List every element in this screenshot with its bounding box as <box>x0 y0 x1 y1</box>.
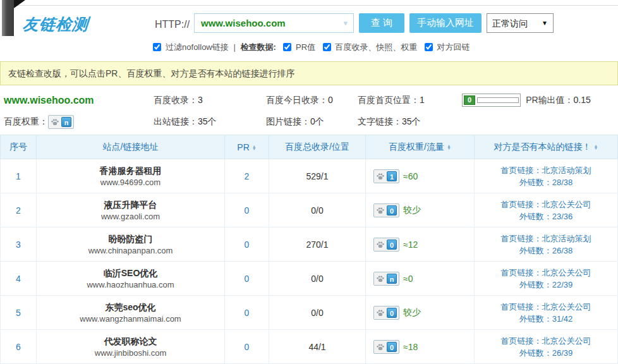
page-title: 友链检测 <box>22 14 89 35</box>
paw-icon <box>376 343 385 351</box>
url-input[interactable] <box>195 18 343 28</box>
site-url[interactable]: www.gzaoli.com <box>37 211 224 222</box>
table-row: 6 代发职称论文 www.jinbiboshi.com 0 44/1 <box>1 330 618 364</box>
access-mode-select-wrap[interactable]: 正常访问 ▼ <box>487 13 554 33</box>
url-dropdown-icon[interactable]: ▾ <box>343 18 353 28</box>
nofollow-checkbox[interactable] <box>153 43 161 51</box>
pr-value: 2 <box>225 159 269 193</box>
home-link[interactable]: 首页链接：北京活动策划 <box>475 233 617 245</box>
site-name: 盼盼防盗门 <box>37 233 224 245</box>
site-cell: 东莞seo优化 www.wangzhanmaimai.com <box>37 296 225 330</box>
home-link[interactable]: 首页链接：北京公关公司 <box>475 335 617 347</box>
site-url[interactable]: www.94699.com <box>37 177 224 188</box>
query-button[interactable]: 查 询 <box>359 13 404 33</box>
traffic-estimate: ≈0 <box>403 274 413 284</box>
outlink-count[interactable]: 外链数：26/39 <box>475 347 617 359</box>
site-url[interactable]: www.wangzhanmaimai.com <box>37 313 224 325</box>
header-backlink-sort[interactable]: 对方是否有本站的链接！▲▼ <box>475 135 618 159</box>
baidu-weight-badge: n <box>373 272 399 286</box>
table-row: 3 盼盼防盗门 www.chinapanpan.com 0 270/1 <box>1 228 618 262</box>
summary-domain: www.wisehoo.com <box>0 95 154 106</box>
check-data-label: 检查数据: <box>240 42 276 52</box>
weight-cell: n ≈0 <box>366 262 475 296</box>
row-number: 4 <box>1 262 37 296</box>
logo-ribbon-fold-icon <box>14 0 25 8</box>
weight-cell: 0 ≈18 <box>366 330 475 364</box>
weight-badge-value: 0 <box>387 308 397 318</box>
header: 友链检测 HTTP:// ▾ 查 询 手动输入网址 正常访问 ▼ 过滤nofol… <box>0 0 618 58</box>
notice-banner: 友链检查改版，可以点击PR、百度权重、对方是否有本站的链接进行排序 <box>0 61 618 85</box>
traffic-estimate: 较少 <box>403 205 421 216</box>
site-name: 临沂SEO优化 <box>37 267 224 279</box>
traffic-estimate: 较少 <box>403 307 421 318</box>
traffic-estimate: ≈18 <box>403 342 418 352</box>
site-url[interactable]: www.chinapanpan.com <box>37 245 224 257</box>
pr-value: 0 <box>225 330 269 364</box>
paw-icon <box>51 118 59 126</box>
access-mode-select[interactable]: 正常访问 <box>487 14 553 32</box>
pr-bar-track <box>477 97 519 103</box>
nofollow-label: 过滤nofollow链接 <box>166 42 229 52</box>
weight-cell: 0 较少 <box>366 296 475 330</box>
links-table: 序号 站点/链接地址 PR▲▼ 百度总收录/位置 百度权重/流量▲▼ 对方是否有… <box>0 135 618 364</box>
baidu-weight-badge: 0 <box>373 238 399 252</box>
site-name: 代发职称论文 <box>37 335 224 348</box>
row-number: 2 <box>1 193 37 228</box>
paw-icon <box>376 206 385 215</box>
table-row: 4 临沂SEO优化 www.haozhuanhua.com 0 0/0 <box>1 262 618 296</box>
protocol-label: HTTP:// <box>155 19 190 30</box>
home-link[interactable]: 首页链接：北京公关公司 <box>475 301 617 313</box>
paw-icon <box>376 308 385 317</box>
outlink-count[interactable]: 外链数：23/36 <box>475 210 617 222</box>
site-name: 液压升降平台 <box>37 198 224 211</box>
summary-stat-outlinks: 出站链接：35个 <box>154 116 266 128</box>
weight-badge-value: n <box>61 117 71 127</box>
header-weight-sort[interactable]: 百度权重/流量▲▼ <box>366 135 475 159</box>
manual-input-button[interactable]: 手动输入网址 <box>409 13 482 33</box>
summary-pr-output: 0 PR输出值：0.15 <box>462 94 618 107</box>
summary-stat-baidu-index: 百度收录：3 <box>154 95 266 106</box>
weight-cell: 1 ≈60 <box>366 159 475 193</box>
table-row: 2 液压升降平台 www.gzaoli.com 0 0/0 <box>1 193 618 228</box>
home-link[interactable]: 首页链接：北京公关公司 <box>475 267 617 279</box>
summary-stat-baidu-today: 百度今日收录：0 <box>266 95 358 106</box>
paw-icon <box>376 240 385 249</box>
weight-badge-value: 0 <box>387 205 397 215</box>
backlink-cell: 首页链接：北京公关公司 外链数：31/42 <box>475 296 618 330</box>
site-cell: 香港服务器租用 www.94699.com <box>37 159 225 193</box>
sort-icon: ▲▼ <box>252 145 257 150</box>
baidu-checkbox[interactable] <box>323 43 331 51</box>
site-url[interactable]: www.jinbiboshi.com <box>37 348 224 359</box>
outlink-count[interactable]: 外链数：31/42 <box>475 313 617 325</box>
row-number: 6 <box>1 330 37 364</box>
site-url[interactable]: www.haozhuanhua.com <box>37 279 224 291</box>
summary-stat-home-position: 百度首页位置：1 <box>358 95 462 106</box>
pr-value: 0 <box>225 193 269 228</box>
header-pr-sort[interactable]: PR▲▼ <box>225 135 269 159</box>
row-number: 1 <box>1 159 37 193</box>
backlink-checkbox[interactable] <box>425 43 433 51</box>
home-link[interactable]: 首页链接：北京活动策划 <box>475 164 617 176</box>
baidu-weight-badge: 0 <box>373 203 399 217</box>
summary-panel: www.wisehoo.com 百度收录：3 百度今日收录：0 百度首页位置：1… <box>0 85 618 135</box>
paw-icon <box>376 274 385 283</box>
outlink-count[interactable]: 外链数：26/38 <box>475 245 617 257</box>
paw-icon <box>376 172 385 181</box>
baidu-weight-badge: 1 <box>373 169 399 183</box>
baidu-weight-badge: 0 <box>373 306 399 320</box>
site-cell: 液压升降平台 www.gzaoli.com <box>37 193 225 228</box>
pr-checkbox[interactable] <box>283 43 291 51</box>
url-input-box[interactable]: ▾ <box>194 13 354 33</box>
index-position: 0/0 <box>269 296 366 330</box>
table-row: 1 香港服务器租用 www.94699.com 2 529/1 <box>1 159 618 193</box>
outlink-count[interactable]: 外链数：28/38 <box>475 176 617 188</box>
weight-badge-value: 0 <box>387 240 397 250</box>
header-num: 序号 <box>1 135 37 159</box>
pr-output-text: PR输出值：0.15 <box>526 95 591 106</box>
outlink-count[interactable]: 外链数：22/39 <box>475 279 617 291</box>
home-link[interactable]: 首页链接：北京公关公司 <box>475 198 617 210</box>
header-site: 站点/链接地址 <box>37 135 225 159</box>
summary-stat-image-links: 图片链接：0个 <box>266 116 358 128</box>
index-position: 529/1 <box>269 159 366 193</box>
baidu-weight-badge: 0 <box>373 340 399 354</box>
